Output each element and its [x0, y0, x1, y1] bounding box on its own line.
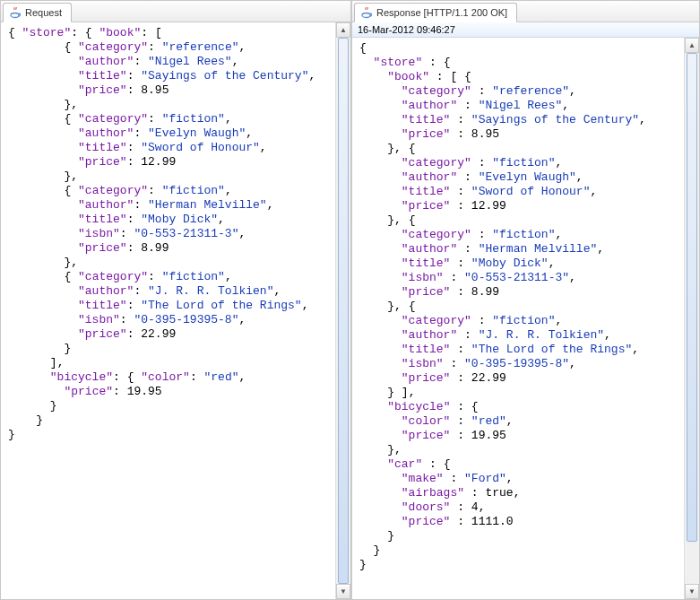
request-scrollbar[interactable]: ▲ ▼	[335, 22, 350, 599]
svg-point-0	[11, 13, 19, 18]
scroll-track[interactable]	[685, 53, 699, 584]
request-panel: Request { "store": { "book": [ { "catego…	[0, 0, 351, 600]
scroll-up-button[interactable]: ▲	[336, 22, 350, 38]
svg-point-1	[362, 13, 370, 18]
response-panel: Response [HTTP/1.1 200 OK] 16-Mar-2012 0…	[351, 0, 700, 600]
response-tab[interactable]: Response [HTTP/1.1 200 OK]	[354, 3, 517, 22]
response-timestamp: 16-Mar-2012 09:46:27	[352, 22, 699, 38]
scroll-track[interactable]	[336, 38, 350, 584]
response-scrollbar[interactable]: ▲ ▼	[684, 38, 699, 599]
request-content[interactable]: { "store": { "book": [ { "category": "re…	[1, 22, 350, 599]
response-tab-label: Response [HTTP/1.1 200 OK]	[376, 7, 507, 18]
scroll-up-button[interactable]: ▲	[685, 38, 699, 53]
request-json-text[interactable]: { "store": { "book": [ { "category": "re…	[8, 26, 349, 442]
response-tab-bar: Response [HTTP/1.1 200 OK]	[352, 1, 699, 22]
scroll-thumb[interactable]	[687, 53, 697, 542]
scroll-thumb[interactable]	[338, 38, 349, 584]
scroll-down-button[interactable]: ▼	[336, 584, 350, 599]
java-cup-icon	[360, 6, 373, 19]
split-container: Request { "store": { "book": [ { "catego…	[0, 0, 700, 600]
java-cup-icon	[9, 6, 22, 19]
timestamp-text: 16-Mar-2012 09:46:27	[358, 24, 455, 35]
request-tab-bar: Request	[1, 1, 350, 22]
scroll-down-button[interactable]: ▼	[685, 584, 699, 599]
request-tab-label: Request	[25, 7, 62, 18]
response-json-text[interactable]: { "store" : { "book" : [ { "category" : …	[359, 41, 697, 572]
response-content[interactable]: { "store" : { "book" : [ { "category" : …	[352, 38, 699, 599]
request-tab[interactable]: Request	[3, 3, 72, 22]
